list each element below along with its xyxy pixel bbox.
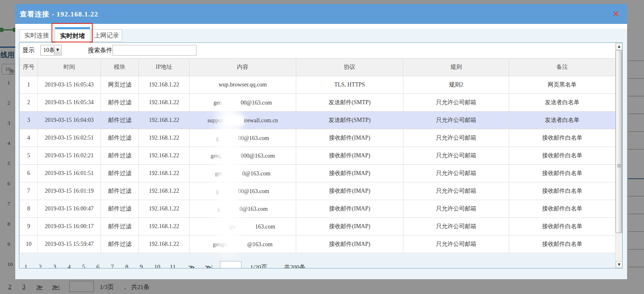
col-header-protocol: 协议 bbox=[296, 58, 403, 76]
table-row[interactable]: 9 2019-03-15 16:00:17 邮件过滤 192.168.1.22 … bbox=[20, 218, 616, 236]
cell-module: 邮件过滤 bbox=[101, 129, 139, 147]
cell-content: gw163.com bbox=[190, 218, 296, 236]
cell-remark: 接收邮件白名单 bbox=[509, 182, 616, 200]
page-link[interactable]: 8 bbox=[125, 264, 129, 268]
content-text: gen bbox=[215, 170, 223, 177]
page-link[interactable]: 9 bbox=[140, 264, 143, 268]
tab-realtime-connections[interactable]: 实时连接 bbox=[19, 29, 54, 42]
censor-blob bbox=[220, 135, 238, 142]
col-header-module: 模块 bbox=[101, 58, 139, 76]
cell-no: 5 bbox=[20, 147, 38, 165]
tab-realtime-blocking[interactable]: 实时封堵 bbox=[55, 27, 90, 44]
page-link[interactable]: 5 bbox=[82, 264, 85, 268]
dialog-titlebar: 查看连接 - 192.168.1.22 ✕ bbox=[15, 4, 627, 24]
content-text: irewall.com.cn bbox=[244, 117, 278, 124]
cell-module: 邮件过滤 bbox=[101, 147, 139, 165]
censor-blob bbox=[224, 170, 242, 177]
censor-blob bbox=[222, 99, 240, 106]
table-row[interactable]: 5 2019-03-15 16:02:21 邮件过滤 192.168.1.22 … bbox=[20, 147, 616, 165]
censor-blob bbox=[222, 152, 240, 159]
cell-protocol: 接收邮件(IMAP) bbox=[296, 236, 403, 253]
censor-blob bbox=[225, 117, 243, 124]
table-row[interactable]: 4 2019-03-15 16:02:51 邮件过滤 192.168.1.22 … bbox=[20, 129, 616, 147]
pagination-bar: 1 2 3 4 5 6 7 8 9 10 11 ≫ ≫| 1/20页 ， 共20… bbox=[19, 261, 596, 268]
content-text: 00@163.com bbox=[241, 100, 272, 106]
table-row[interactable]: 6 2019-03-15 16:01:51 邮件过滤 192.168.1.22 … bbox=[20, 165, 616, 182]
next-page-icon[interactable]: ≫ bbox=[188, 264, 195, 268]
cell-remark: 接收邮件白名单 bbox=[509, 165, 616, 182]
cell-remark: 接收邮件白名单 bbox=[509, 129, 616, 147]
content-text: 00@163.com bbox=[238, 135, 269, 141]
page-link[interactable]: 10 bbox=[154, 264, 160, 268]
table-row-selected[interactable]: 3 2019-03-15 16:04:03 邮件过滤 192.168.1.22 … bbox=[20, 112, 616, 129]
cell-content: gengw@163.com bbox=[190, 236, 296, 253]
content-text: gengw bbox=[213, 241, 228, 247]
last-page-icon[interactable]: ≫| bbox=[205, 264, 213, 268]
cell-no: 8 bbox=[20, 200, 38, 218]
col-header-content: 内容 bbox=[190, 58, 296, 76]
cell-time: 2019-03-15 16:02:21 bbox=[38, 147, 101, 165]
table-row[interactable]: 10 2019-03-15 15:59:47 邮件过滤 192.168.1.22… bbox=[20, 236, 616, 253]
search-input[interactable] bbox=[112, 45, 197, 56]
vertical-scrollbar[interactable]: ▲ ▼ bbox=[615, 43, 622, 268]
content-text: geng bbox=[211, 153, 222, 159]
cell-time: 2019-03-15 16:01:51 bbox=[38, 165, 101, 182]
content-text: g bbox=[218, 206, 220, 212]
cell-remark: 发送者白名单 bbox=[509, 112, 616, 129]
page-link[interactable]: 3 bbox=[53, 264, 56, 268]
cell-no: 6 bbox=[20, 165, 38, 182]
cell-content: gen00@163.com bbox=[190, 94, 296, 112]
col-header-ip: IP地址 bbox=[139, 58, 190, 76]
content-text: @163.com bbox=[247, 241, 273, 247]
scrollbar-thumb[interactable] bbox=[616, 50, 622, 233]
cell-ip: 192.168.1.22 bbox=[139, 165, 190, 182]
cell-content: g00@163.com bbox=[190, 129, 296, 147]
page-link[interactable]: 2 bbox=[39, 264, 42, 268]
page-link[interactable]: 7 bbox=[111, 264, 114, 268]
scroll-down-icon[interactable]: ▼ bbox=[616, 261, 623, 268]
cell-ip: 192.168.1.22 bbox=[139, 200, 190, 218]
total-count: 共200条 bbox=[284, 264, 306, 268]
pagination-comma: ， bbox=[274, 264, 280, 268]
cell-content: g00@163.com bbox=[190, 182, 296, 200]
cell-remark: 网页黑名单 bbox=[509, 76, 616, 94]
page-number-input[interactable] bbox=[220, 261, 241, 268]
cell-content: geng000@163.com bbox=[190, 147, 296, 165]
cell-protocol: 发送邮件(SMTP) bbox=[296, 112, 403, 129]
content-text: wup.browser.qq.com bbox=[218, 82, 267, 88]
scroll-up-icon[interactable]: ▲ bbox=[616, 43, 623, 50]
page-link[interactable]: 1 bbox=[24, 264, 28, 268]
cell-ip: 192.168.1.22 bbox=[139, 129, 190, 147]
close-icon[interactable]: ✕ bbox=[611, 9, 621, 19]
cell-ip: 192.168.1.22 bbox=[139, 94, 190, 112]
cell-time: 2019-03-15 16:05:43 bbox=[38, 76, 101, 94]
cell-module: 邮件过滤 bbox=[101, 182, 139, 200]
cell-remark: 接收邮件白名单 bbox=[509, 236, 616, 253]
cell-content: supportirewall.com.cn bbox=[190, 112, 296, 129]
cell-no: 7 bbox=[20, 182, 38, 200]
cell-ip: 192.168.1.22 bbox=[139, 147, 190, 165]
cell-time: 2019-03-15 16:04:03 bbox=[38, 112, 101, 129]
cell-protocol: 接收邮件(IMAP) bbox=[296, 129, 403, 147]
cell-rule: 规则2 bbox=[403, 76, 509, 94]
tab-internet-records[interactable]: 上网记录 bbox=[91, 29, 122, 42]
page-size-select[interactable]: 10条 ▼ bbox=[40, 45, 62, 56]
page-link[interactable]: 11 bbox=[170, 264, 176, 268]
chevron-down-icon[interactable]: ▼ bbox=[54, 46, 61, 55]
page-link[interactable]: 4 bbox=[68, 264, 71, 268]
cell-remark: 接收邮件白名单 bbox=[509, 218, 616, 236]
table-row[interactable]: 1 2019-03-15 16:05:43 网页过滤 192.168.1.22 … bbox=[20, 76, 616, 94]
table-row[interactable]: 2 2019-03-15 16:05:34 邮件过滤 192.168.1.22 … bbox=[20, 94, 616, 112]
cell-protocol: 接收邮件(IMAP) bbox=[296, 147, 403, 165]
table-row[interactable]: 8 2019-03-15 16:00:47 邮件过滤 192.168.1.22 … bbox=[20, 200, 616, 218]
page-link[interactable]: 6 bbox=[96, 264, 100, 268]
content-text: 163.com bbox=[255, 224, 275, 230]
cell-rule: 只允许公司邮箱 bbox=[403, 200, 509, 218]
col-header-remark: 备注 bbox=[509, 58, 616, 76]
cell-time: 2019-03-15 16:00:47 bbox=[38, 200, 101, 218]
cell-rule: 只允许公司邮箱 bbox=[403, 165, 509, 182]
cell-no: 10 bbox=[20, 236, 38, 253]
cell-time: 2019-03-15 16:02:51 bbox=[38, 129, 101, 147]
cell-module: 邮件过滤 bbox=[101, 112, 139, 129]
table-row[interactable]: 7 2019-03-15 16:01:19 邮件过滤 192.168.1.22 … bbox=[20, 182, 616, 200]
